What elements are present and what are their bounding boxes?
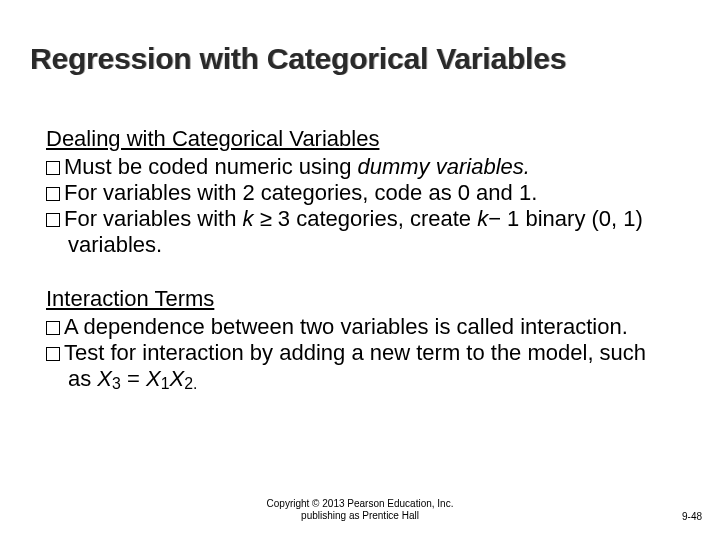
bullet-text: ≥ 3 categories, create [254, 206, 478, 231]
var-k: k [477, 206, 488, 231]
var-x: X [146, 366, 161, 391]
bullet-1: Must be coded numeric using dummy variab… [46, 154, 674, 180]
subscript: 3 [112, 375, 121, 392]
section2: Interaction Terms A dependence between t… [46, 286, 674, 394]
bullet-5: Test for interaction by adding a new ter… [46, 340, 674, 394]
bullet-2: For variables with 2 categories, code as… [46, 180, 674, 206]
checkbox-icon [46, 347, 60, 361]
bullet-text: Must be coded numeric using [64, 154, 358, 179]
var-k: k [243, 206, 254, 231]
section2-heading: Interaction Terms [46, 286, 674, 312]
slide-title: Regression with Categorical Variables [30, 42, 566, 76]
footer-line1: Copyright © 2013 Pearson Education, Inc. [267, 498, 454, 509]
bullet-text-italic: dummy variables. [358, 154, 530, 179]
var-x: X [97, 366, 112, 391]
section1-heading: Dealing with Categorical Variables [46, 126, 674, 152]
subscript: 2. [184, 375, 197, 392]
footer-copyright: Copyright © 2013 Pearson Education, Inc.… [0, 498, 720, 522]
checkbox-icon [46, 161, 60, 175]
checkbox-icon [46, 187, 60, 201]
bullet-4: A dependence between two variables is ca… [46, 314, 674, 340]
bullet-text: For variables with [64, 206, 243, 231]
bullet-text: For variables with 2 categories, code as… [64, 180, 537, 205]
bullet-3: For variables with k ≥ 3 categories, cre… [46, 206, 674, 258]
footer-line2: publishing as Prentice Hall [301, 510, 419, 521]
page-number: 9-48 [682, 511, 702, 522]
slide-body: Dealing with Categorical Variables Must … [46, 126, 674, 393]
checkbox-icon [46, 213, 60, 227]
var-x: X [169, 366, 184, 391]
bullet-text: A dependence between two variables is ca… [64, 314, 628, 339]
checkbox-icon [46, 321, 60, 335]
equals: = [121, 366, 146, 391]
slide: Regression with Categorical Variables De… [0, 0, 720, 540]
